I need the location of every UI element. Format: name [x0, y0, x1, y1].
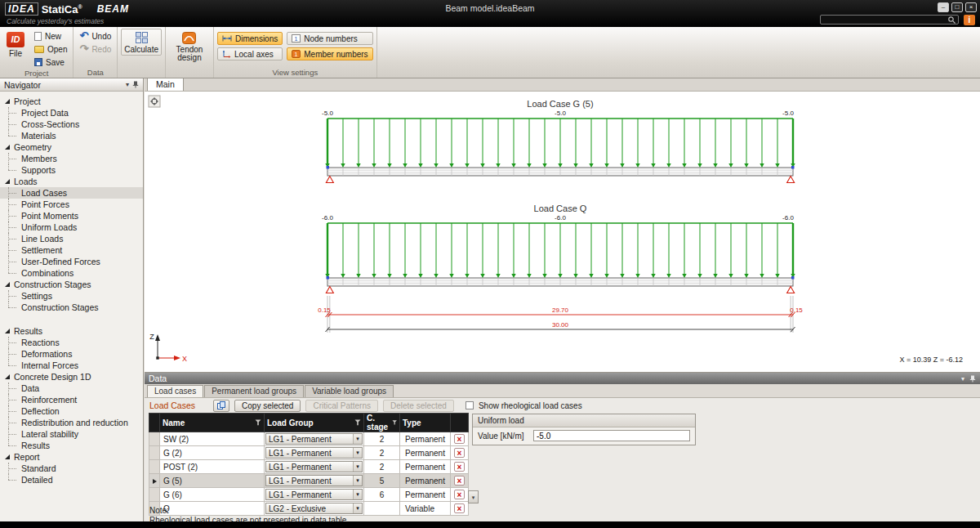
- close-button[interactable]: ×: [965, 2, 977, 12]
- dimensions-toggle[interactable]: Dimensions: [217, 32, 283, 45]
- load-case-name-cell[interactable]: G (2): [160, 446, 265, 460]
- nav-item-combinations[interactable]: Combinations: [0, 267, 143, 279]
- nav-item-point-moments[interactable]: Point Moments: [0, 210, 143, 221]
- load-case-name-cell[interactable]: G (5): [160, 474, 265, 488]
- filter-funnel-icon[interactable]: [354, 419, 361, 426]
- nav-item-supports[interactable]: Supports: [0, 164, 143, 176]
- load-case-row[interactable]: G (5)LG1 - Permanent▾5Permanent×: [149, 474, 469, 488]
- nav-item-materials[interactable]: Materials: [0, 130, 143, 141]
- delete-load-case-button[interactable]: ×: [451, 488, 469, 502]
- delete-load-case-button[interactable]: ×: [451, 502, 469, 516]
- beam-canvas-svg[interactable]: Load Case G (5)-5.0-5.0-5.0Load Case Q-6…: [145, 92, 980, 372]
- type-cell[interactable]: Permanent: [400, 446, 451, 460]
- nav-item-standard[interactable]: Standard: [0, 463, 143, 474]
- filter-funnel-icon[interactable]: [392, 419, 397, 426]
- delete-selected-button[interactable]: Delete selected: [383, 400, 454, 412]
- nav-group-construction-stages[interactable]: Construction Stages: [0, 279, 143, 290]
- model-canvas[interactable]: Load Case G (5)-5.0-5.0-5.0Load Case Q-6…: [145, 92, 980, 372]
- nav-item-cross-sections[interactable]: Cross-Sections: [0, 119, 143, 130]
- load-case-name-cell[interactable]: G (6): [160, 488, 265, 502]
- c-stage-cell[interactable]: 6: [364, 488, 400, 502]
- nav-item-results[interactable]: Results: [0, 440, 143, 451]
- maximize-button[interactable]: □: [951, 2, 963, 12]
- nav-item-line-loads[interactable]: Line Loads: [0, 233, 143, 244]
- nav-item-data[interactable]: Data: [0, 383, 143, 394]
- nav-item-internal-forces[interactable]: Internal Forces: [0, 360, 143, 371]
- nav-item-deflection[interactable]: Deflection: [0, 405, 143, 417]
- c-stage-cell[interactable]: 2: [364, 460, 400, 474]
- c-stage-cell[interactable]: [364, 502, 400, 516]
- nav-item-uniform-loads[interactable]: Uniform Loads: [0, 221, 143, 233]
- delete-load-case-button[interactable]: ×: [451, 446, 469, 460]
- row-selector[interactable]: [149, 446, 160, 460]
- type-cell[interactable]: Permanent: [400, 474, 451, 488]
- redo-button[interactable]: ↷Redo: [77, 43, 114, 55]
- calculate-button[interactable]: Calculate: [121, 29, 162, 56]
- row-selector[interactable]: [149, 432, 160, 446]
- load-group-dropdown[interactable]: LG1 - Permanent▾: [265, 447, 363, 459]
- nav-item-redistribution-and-reduction[interactable]: Redistribution and reduction: [0, 417, 143, 428]
- tab-variable-load-groups[interactable]: Variable load groups: [305, 385, 394, 397]
- nav-item-reactions[interactable]: Reactions: [0, 337, 143, 348]
- row-selector[interactable]: [149, 474, 160, 488]
- nav-group-loads[interactable]: Loads: [0, 176, 143, 187]
- minimize-button[interactable]: –: [938, 2, 949, 12]
- type-cell[interactable]: Permanent: [400, 488, 451, 502]
- uniform-load-value-input[interactable]: [533, 430, 690, 441]
- copy-selected-button[interactable]: Copy selected: [234, 400, 301, 412]
- nav-item-detailed[interactable]: Detailed: [0, 474, 143, 485]
- panel-dropdown-icon[interactable]: ▾: [961, 375, 964, 383]
- nav-item-reinforcement[interactable]: Reinforcement: [0, 394, 143, 405]
- tab-main[interactable]: Main: [147, 78, 184, 91]
- c-stage-cell[interactable]: 2: [364, 446, 400, 460]
- row-selector[interactable]: [149, 488, 160, 502]
- load-group-dropdown[interactable]: LG1 - Permanent▾: [265, 433, 363, 445]
- delete-load-case-button[interactable]: ×: [451, 432, 469, 446]
- table-scroll-down-button[interactable]: ▾: [468, 490, 479, 503]
- member-numbers-toggle[interactable]: 1 Member numbers: [287, 47, 372, 60]
- column-header-c-stage[interactable]: C. stage: [364, 414, 400, 432]
- column-header-load-group[interactable]: Load Group: [265, 414, 364, 432]
- nav-group-geometry[interactable]: Geometry: [0, 141, 143, 153]
- pin-icon[interactable]: [132, 81, 139, 88]
- tab-load-cases[interactable]: Load cases: [147, 385, 203, 397]
- file-button[interactable]: ID File: [3, 29, 28, 60]
- tab-permanent-load-groups[interactable]: Permanent load groups: [204, 385, 304, 397]
- new-button[interactable]: New: [32, 30, 69, 42]
- nav-item-settings[interactable]: Settings: [0, 290, 143, 302]
- nav-item-construction-stages[interactable]: Construction Stages: [0, 302, 143, 313]
- type-cell[interactable]: Variable: [400, 502, 451, 516]
- load-case-name-cell[interactable]: SW (2): [160, 432, 265, 446]
- undo-button[interactable]: ↶Undo: [77, 30, 114, 42]
- c-stage-cell[interactable]: 2: [364, 432, 400, 446]
- load-case-row[interactable]: POST (2)LG1 - Permanent▾2Permanent×: [149, 460, 469, 474]
- nav-item-user-defined-forces[interactable]: User-Defined Forces: [0, 256, 143, 267]
- nav-item-lateral-stability[interactable]: Lateral stability: [0, 428, 143, 440]
- nav-item-members[interactable]: Members: [0, 153, 143, 164]
- delete-load-case-button[interactable]: ×: [451, 460, 469, 474]
- nav-item-project-data[interactable]: Project Data: [0, 107, 143, 119]
- pan-view-icon[interactable]: [149, 96, 160, 107]
- nav-item-load-cases[interactable]: Load Cases: [0, 187, 143, 199]
- nav-item-point-forces[interactable]: Point Forces: [0, 199, 143, 210]
- load-case-name-cell[interactable]: POST (2): [160, 460, 265, 474]
- column-header-name[interactable]: Name: [160, 414, 265, 432]
- nav-group-results[interactable]: Results: [0, 325, 143, 337]
- save-button[interactable]: Save: [32, 56, 69, 68]
- open-button[interactable]: Open: [32, 43, 69, 55]
- delete-load-case-button[interactable]: ×: [451, 474, 469, 488]
- critical-patterns-button[interactable]: Critical Patterns: [305, 400, 378, 412]
- type-cell[interactable]: Permanent: [400, 460, 451, 474]
- nav-item-deformations[interactable]: Deformations: [0, 348, 143, 360]
- column-header-type[interactable]: Type: [400, 414, 451, 432]
- c-stage-cell[interactable]: 5: [364, 474, 400, 488]
- panel-pin-icon[interactable]: [969, 375, 976, 383]
- load-group-dropdown[interactable]: LG1 - Permanent▾: [265, 489, 363, 500]
- load-case-row[interactable]: G (2)LG1 - Permanent▾2Permanent×: [149, 446, 469, 460]
- load-group-dropdown[interactable]: LG1 - Permanent▾: [265, 461, 363, 472]
- load-case-row[interactable]: G (6)LG1 - Permanent▾6Permanent×: [149, 488, 469, 502]
- tendon-design-button[interactable]: Tendon design: [169, 29, 210, 64]
- copy-button[interactable]: [213, 400, 229, 412]
- row-selector[interactable]: [149, 460, 160, 474]
- search-input[interactable]: [820, 15, 959, 25]
